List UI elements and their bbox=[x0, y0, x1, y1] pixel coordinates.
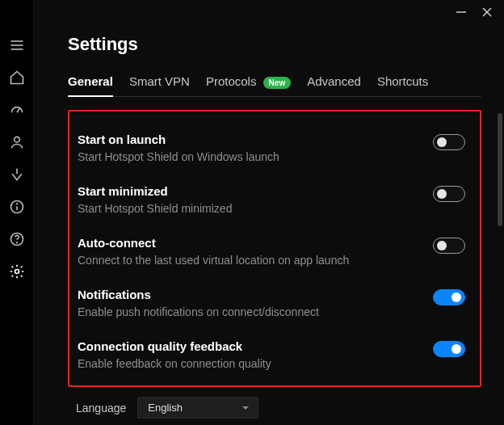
tab-smart-vpn[interactable]: Smart VPN bbox=[129, 74, 190, 96]
setting-title: Auto-connect bbox=[78, 236, 417, 250]
server-icon[interactable] bbox=[9, 166, 25, 183]
settings-gear-icon[interactable] bbox=[9, 263, 25, 280]
setting-start-minimized: Start minimized Start Hotspot Shield min… bbox=[78, 176, 465, 228]
svg-point-11 bbox=[15, 270, 19, 274]
setting-subtitle: Connect to the last used virtual locatio… bbox=[78, 253, 417, 268]
toggle-start-minimized[interactable] bbox=[433, 186, 465, 202]
app-sidebar bbox=[0, 0, 34, 425]
toggle-connection-quality[interactable] bbox=[433, 341, 465, 357]
tabs: General Smart VPN Protocols New Advanced… bbox=[68, 74, 481, 97]
toggle-auto-connect[interactable] bbox=[433, 238, 465, 254]
tab-general[interactable]: General bbox=[68, 74, 113, 96]
toggle-notifications[interactable] bbox=[433, 289, 465, 305]
home-icon[interactable] bbox=[9, 69, 25, 86]
svg-point-4 bbox=[14, 137, 19, 142]
hamburger-menu-icon[interactable] bbox=[9, 37, 25, 53]
new-badge: New bbox=[263, 77, 292, 89]
tab-protocols[interactable]: Protocols New bbox=[206, 74, 291, 96]
setting-title: Connection quality feedback bbox=[78, 339, 417, 353]
setting-subtitle: Start Hotspot Shield minimized bbox=[78, 201, 417, 217]
setting-start-on-launch: Start on launch Start Hotspot Shield on … bbox=[78, 124, 465, 176]
help-icon[interactable] bbox=[9, 231, 25, 247]
tab-advanced[interactable]: Advanced bbox=[307, 74, 361, 96]
tab-protocols-label: Protocols bbox=[206, 74, 257, 88]
svg-point-8 bbox=[16, 204, 17, 204]
language-label: Language bbox=[76, 402, 126, 414]
info-icon[interactable] bbox=[9, 199, 25, 215]
setting-subtitle: Enable feedback on connection quality bbox=[78, 356, 417, 372]
setting-title: Start minimized bbox=[78, 184, 417, 198]
content: Settings General Smart VPN Protocols New… bbox=[34, 0, 504, 419]
setting-notifications: Notifications Enable push notifications … bbox=[78, 280, 465, 331]
speed-gauge-icon[interactable] bbox=[9, 102, 25, 118]
setting-subtitle: Start Hotspot Shield on Windows launch bbox=[78, 149, 417, 165]
chevron-down-icon bbox=[242, 404, 250, 412]
setting-title: Notifications bbox=[78, 288, 417, 301]
language-select[interactable]: English bbox=[137, 397, 258, 419]
tab-shortcuts[interactable]: Shortcuts bbox=[377, 74, 428, 96]
main-area: Settings General Smart VPN Protocols New… bbox=[34, 0, 504, 425]
close-icon[interactable] bbox=[481, 6, 493, 18]
svg-point-10 bbox=[16, 242, 17, 243]
page-title: Settings bbox=[68, 34, 481, 55]
setting-title: Start on launch bbox=[78, 133, 417, 146]
window-titlebar bbox=[456, 0, 504, 24]
setting-subtitle: Enable push notifications on connect/dis… bbox=[78, 305, 417, 320]
scrollbar-thumb[interactable] bbox=[498, 113, 502, 226]
toggle-start-on-launch[interactable] bbox=[433, 134, 465, 150]
general-settings-panel: Start on launch Start Hotspot Shield on … bbox=[68, 110, 481, 387]
language-row: Language English bbox=[68, 397, 481, 419]
setting-auto-connect: Auto-connect Connect to the last used vi… bbox=[78, 228, 465, 280]
minimize-icon[interactable] bbox=[456, 6, 467, 18]
svg-line-3 bbox=[17, 108, 19, 112]
language-value: English bbox=[148, 402, 183, 414]
setting-connection-quality: Connection quality feedback Enable feedb… bbox=[78, 331, 465, 375]
account-icon[interactable] bbox=[9, 134, 25, 150]
